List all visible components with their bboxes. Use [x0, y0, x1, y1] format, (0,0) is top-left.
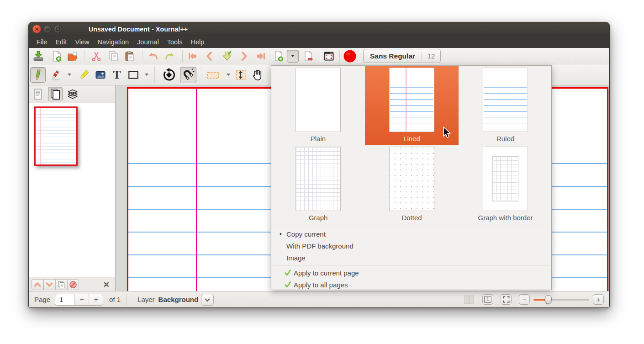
eraser-icon [49, 69, 62, 81]
menu-file[interactable]: File [32, 37, 51, 47]
paper-label-ruled: Ruled [496, 135, 514, 143]
menu-navigation[interactable]: Navigation [94, 37, 133, 47]
cut-button[interactable] [90, 49, 103, 63]
menu-view[interactable]: View [71, 37, 93, 47]
paper-label-plain: Plain [311, 135, 326, 143]
zoom-in-button[interactable]: + [593, 294, 604, 305]
maximize-glyph [56, 27, 60, 31]
eraser-options-chevron[interactable] [66, 68, 73, 82]
hand-tool-button[interactable] [249, 67, 265, 83]
layer-label: Layer [137, 296, 155, 303]
undo-button[interactable] [146, 49, 160, 63]
copy-page-button[interactable] [55, 279, 67, 290]
layers-tab[interactable] [66, 87, 79, 101]
shape-tool-button[interactable] [126, 67, 141, 83]
paper-type-ruled[interactable]: Ruled [459, 66, 552, 145]
hand-tool-icon [251, 69, 264, 81]
page-decrement-button[interactable]: − [74, 294, 89, 305]
highlighter-tool-button[interactable] [76, 67, 92, 83]
option-copy-current[interactable]: • Copy current [271, 228, 551, 240]
page-template-dropdown-button[interactable] [287, 50, 299, 63]
paper-type-graph[interactable]: Graph [271, 145, 365, 224]
layer-dropdown-button[interactable] [201, 294, 214, 306]
zoom-in-icon: + [596, 296, 601, 303]
insert-image-button[interactable] [93, 67, 108, 83]
select-rectangle-button[interactable] [206, 67, 221, 83]
page-down-button[interactable] [43, 279, 55, 290]
page-thumbnail[interactable] [34, 106, 78, 166]
page-up-button[interactable] [32, 279, 43, 290]
menu-help[interactable]: Help [186, 37, 208, 47]
shape-tool-icon [127, 69, 140, 81]
last-page-button[interactable] [254, 49, 268, 63]
delete-page-blocked-button[interactable] [67, 279, 79, 290]
zoom-controls: 1 − + [463, 291, 609, 307]
zoom-slider-thumb[interactable] [545, 295, 552, 304]
fullscreen-fit-button[interactable] [501, 294, 512, 305]
layers-tab-icon [66, 88, 79, 101]
save-button[interactable] [32, 49, 45, 63]
previous-page-button[interactable] [203, 49, 216, 63]
text-tool-button[interactable]: T [109, 67, 125, 83]
fullscreen-button[interactable] [322, 49, 336, 63]
pen-tool-button[interactable] [30, 67, 46, 83]
option-with-pdf-background[interactable]: With PDF background [271, 240, 551, 252]
open-button[interactable] [66, 49, 79, 63]
font-button[interactable]: Sans Regular 12 [363, 49, 441, 63]
vertical-space-button[interactable] [233, 67, 248, 83]
page-increment-button[interactable]: + [89, 294, 103, 305]
grid-snap-icon [181, 68, 195, 82]
first-page-button[interactable] [186, 49, 200, 63]
fit-page-button[interactable]: 1 [482, 294, 493, 305]
new-page-button[interactable] [272, 49, 285, 63]
page-preview-tab[interactable] [48, 87, 63, 101]
paper-label-lined: Lined [403, 135, 420, 143]
paper-type-graph-with-border[interactable]: Graph with border [459, 145, 552, 224]
contents-tab[interactable] [31, 87, 45, 101]
next-annotated-page-button[interactable] [220, 49, 234, 63]
menu-edit[interactable]: Edit [51, 37, 71, 47]
sidebar: ✕ [29, 85, 116, 292]
redo-button[interactable] [163, 49, 177, 63]
next-page-button[interactable] [237, 49, 251, 63]
save-icon [32, 50, 44, 62]
rotation-snap-button[interactable] [161, 67, 177, 83]
option-apply-to-all-pages[interactable]: Apply to all pages [271, 279, 551, 291]
option-image[interactable]: Image [271, 252, 551, 264]
titlebar[interactable]: ✕ Unsaved Document - Xournal++ [29, 22, 609, 36]
last-page-icon [255, 50, 267, 62]
menu-tools[interactable]: Tools [163, 37, 187, 47]
zoom-out-button[interactable]: − [519, 294, 530, 305]
option-copy-current-label: Copy current [286, 230, 326, 238]
vertical-space-icon [234, 69, 247, 81]
close-sidebar-icon[interactable]: ✕ [103, 280, 110, 290]
paper-type-dotted[interactable]: Dotted [365, 145, 459, 224]
grid-snap-button[interactable] [180, 67, 196, 83]
zoom-slider[interactable] [533, 294, 589, 305]
chevron-down-icon [227, 74, 230, 76]
page-margin-line [196, 89, 197, 292]
paste-button[interactable] [123, 49, 137, 63]
minimize-icon[interactable] [43, 25, 52, 33]
next-page-icon [238, 51, 249, 62]
menu-journal[interactable]: Journal [133, 37, 163, 47]
new-document-button[interactable] [50, 49, 63, 63]
copy-button[interactable] [106, 49, 120, 63]
delete-page-button[interactable] [301, 49, 315, 63]
paste-icon [124, 50, 136, 62]
eraser-tool-button[interactable] [48, 67, 63, 83]
toolbar-separator [339, 50, 340, 62]
sidebar-actions: ✕ [29, 277, 115, 292]
option-apply-to-current-page[interactable]: Apply to current page [271, 267, 551, 279]
shape-options-chevron[interactable] [143, 68, 150, 82]
close-icon[interactable]: ✕ [32, 25, 41, 33]
paper-type-plain[interactable]: Plain [271, 66, 365, 145]
rotation-snap-icon [162, 68, 176, 82]
maximize-icon[interactable] [53, 25, 62, 33]
record-audio-button[interactable] [343, 49, 357, 63]
selection-options-chevron[interactable] [225, 68, 232, 82]
next-annotated-page-icon [221, 50, 233, 62]
radio-selected-icon: • [280, 230, 286, 238]
dropdown-chevron-icon [205, 296, 210, 301]
page-number-input[interactable] [55, 294, 74, 305]
